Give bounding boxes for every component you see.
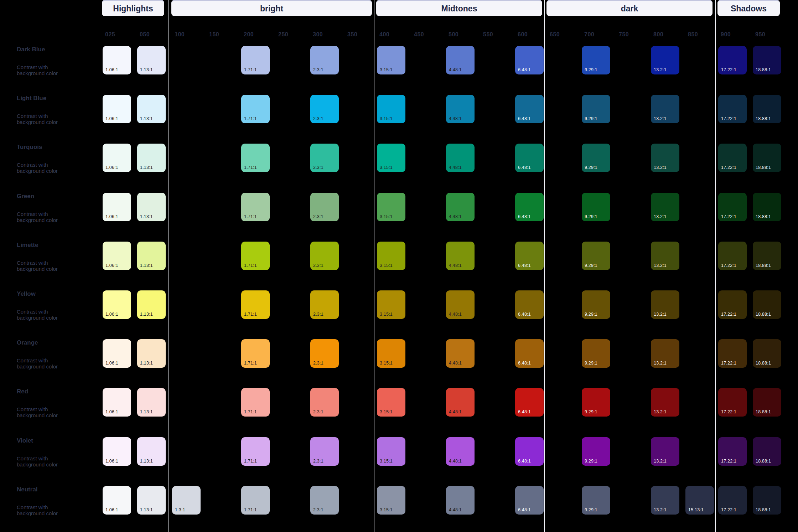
contrast-ratio-label: 1.06:1 bbox=[105, 165, 118, 170]
color-swatch: 17.22:1 bbox=[718, 486, 747, 515]
contrast-ratio-label: 13.2:1 bbox=[654, 507, 667, 512]
column-step-label: 950 bbox=[755, 31, 765, 38]
color-swatch: 2.3:1 bbox=[310, 46, 339, 74]
column-step-label: 550 bbox=[483, 31, 493, 38]
color-swatch: 2.3:1 bbox=[310, 339, 339, 368]
column-step-label: 900 bbox=[721, 31, 731, 38]
column-step-label: 150 bbox=[209, 31, 219, 38]
contrast-ratio-label: 9.29:1 bbox=[585, 116, 597, 121]
color-swatch: 1.13:1 bbox=[137, 437, 166, 466]
contrast-ratio-label: 13.2:1 bbox=[654, 214, 667, 219]
contrast-ratio-label: 2.3:1 bbox=[313, 214, 323, 219]
contrast-ratio-label: 4.48:1 bbox=[449, 312, 462, 317]
color-swatch: 13.2:1 bbox=[651, 95, 679, 123]
color-swatch: 1.71:1 bbox=[241, 193, 270, 221]
color-palette-board: Dark BlueContrast with background colorL… bbox=[0, 0, 798, 532]
contrast-ratio-label: 6.48:1 bbox=[518, 67, 531, 72]
color-swatch: 4.48:1 bbox=[446, 339, 475, 368]
color-swatch: 17.22:1 bbox=[718, 388, 747, 417]
contrast-ratio-label: 4.48:1 bbox=[449, 507, 462, 512]
color-swatch: 3.15:1 bbox=[377, 339, 405, 368]
contrast-ratio-label: 1.06:1 bbox=[105, 361, 118, 366]
contrast-ratio-label: 13.2:1 bbox=[654, 116, 667, 121]
color-swatch: 6.48:1 bbox=[515, 486, 544, 515]
contrast-ratio-label: 6.48:1 bbox=[518, 116, 531, 121]
color-swatch: 18.88:1 bbox=[753, 144, 781, 172]
contrast-ratio-label: 13.2:1 bbox=[654, 67, 667, 72]
row-label: Light Blue bbox=[17, 95, 46, 102]
color-swatch: 1.71:1 bbox=[241, 242, 270, 270]
contrast-ratio-label: 1.13:1 bbox=[140, 263, 153, 268]
color-swatch: 1.13:1 bbox=[137, 193, 166, 221]
contrast-ratio-label: 1.3:1 bbox=[175, 507, 185, 512]
color-swatch: 4.48:1 bbox=[446, 486, 475, 515]
color-swatch: 1.71:1 bbox=[241, 290, 270, 319]
row-sublabel: Contrast with background color bbox=[17, 455, 74, 468]
contrast-ratio-label: 2.3:1 bbox=[313, 409, 323, 414]
color-swatch: 1.71:1 bbox=[241, 486, 270, 515]
row-sublabel: Contrast with background color bbox=[17, 357, 74, 370]
color-swatch: 2.3:1 bbox=[310, 290, 339, 319]
contrast-ratio-label: 13.2:1 bbox=[654, 459, 667, 464]
color-swatch: 13.2:1 bbox=[651, 242, 679, 270]
contrast-ratio-label: 15.13:1 bbox=[688, 507, 704, 512]
color-swatch: 13.2:1 bbox=[651, 46, 679, 74]
color-swatch: 6.48:1 bbox=[515, 46, 544, 74]
row-sublabel: Contrast with background color bbox=[17, 260, 74, 272]
contrast-ratio-label: 4.48:1 bbox=[449, 361, 462, 366]
contrast-ratio-label: 1.71:1 bbox=[244, 67, 257, 72]
color-swatch: 6.48:1 bbox=[515, 339, 544, 368]
color-swatch: 17.22:1 bbox=[718, 339, 747, 368]
color-swatch: 1.13:1 bbox=[137, 46, 166, 74]
color-swatch: 18.88:1 bbox=[753, 193, 781, 221]
color-swatch: 6.48:1 bbox=[515, 437, 544, 466]
contrast-ratio-label: 3.15:1 bbox=[380, 312, 393, 317]
contrast-ratio-label: 18.88:1 bbox=[756, 361, 771, 366]
contrast-ratio-label: 1.06:1 bbox=[105, 507, 118, 512]
contrast-ratio-label: 1.06:1 bbox=[105, 263, 118, 268]
column-step-label: 400 bbox=[379, 31, 389, 38]
contrast-ratio-label: 9.29:1 bbox=[585, 165, 597, 170]
column-step-label: 650 bbox=[550, 31, 560, 38]
color-swatch: 3.15:1 bbox=[377, 290, 405, 319]
color-swatch: 6.48:1 bbox=[515, 290, 544, 319]
color-swatch: 9.29:1 bbox=[582, 193, 610, 221]
color-swatch: 9.29:1 bbox=[582, 144, 610, 172]
color-swatch: 18.88:1 bbox=[753, 339, 781, 368]
contrast-ratio-label: 3.15:1 bbox=[380, 361, 393, 366]
color-swatch: 1.06:1 bbox=[103, 46, 131, 74]
contrast-ratio-label: 6.48:1 bbox=[518, 459, 531, 464]
column-step-label: 850 bbox=[688, 31, 698, 38]
contrast-ratio-label: 3.15:1 bbox=[380, 409, 393, 414]
contrast-ratio-label: 6.48:1 bbox=[518, 214, 531, 219]
column-step-label: 500 bbox=[449, 31, 458, 38]
contrast-ratio-label: 9.29:1 bbox=[585, 312, 597, 317]
color-swatch: 18.88:1 bbox=[753, 95, 781, 123]
contrast-ratio-label: 17.22:1 bbox=[721, 214, 736, 219]
color-swatch: 9.29:1 bbox=[582, 339, 610, 368]
section-divider-line bbox=[715, 0, 716, 532]
contrast-ratio-label: 1.06:1 bbox=[105, 67, 118, 72]
color-swatch: 13.2:1 bbox=[651, 290, 679, 319]
column-step-label: 200 bbox=[244, 31, 254, 38]
section-divider-line bbox=[544, 0, 545, 532]
contrast-ratio-label: 6.48:1 bbox=[518, 507, 531, 512]
color-swatch: 17.22:1 bbox=[718, 95, 747, 123]
color-swatch: 1.71:1 bbox=[241, 95, 270, 123]
color-swatch: 2.3:1 bbox=[310, 486, 339, 515]
color-swatch: 15.13:1 bbox=[685, 486, 714, 515]
contrast-ratio-label: 17.22:1 bbox=[721, 312, 736, 317]
color-swatch: 1.06:1 bbox=[103, 242, 131, 270]
contrast-ratio-label: 1.71:1 bbox=[244, 165, 257, 170]
color-swatch: 3.15:1 bbox=[377, 242, 405, 270]
color-swatch: 6.48:1 bbox=[515, 388, 544, 417]
color-swatch: 1.13:1 bbox=[137, 95, 166, 123]
color-swatch: 1.13:1 bbox=[137, 388, 166, 417]
color-swatch: 2.3:1 bbox=[310, 193, 339, 221]
row-sublabel: Contrast with background color bbox=[17, 406, 74, 418]
contrast-ratio-label: 18.88:1 bbox=[756, 409, 771, 414]
row-label: Green bbox=[17, 193, 34, 200]
section-header-dark: dark bbox=[546, 0, 712, 16]
color-swatch: 13.2:1 bbox=[651, 486, 679, 515]
contrast-ratio-label: 9.29:1 bbox=[585, 459, 597, 464]
